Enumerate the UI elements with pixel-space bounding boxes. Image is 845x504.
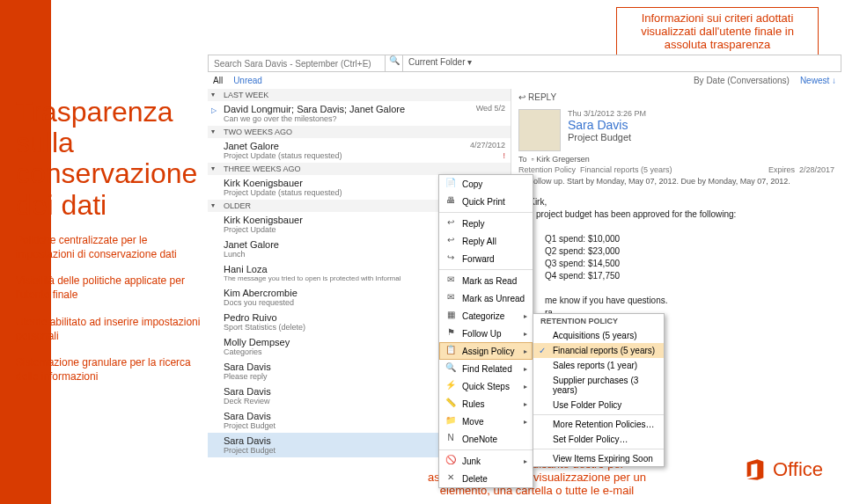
junk-icon: 🚫 [445, 455, 457, 467]
delete-icon: ✕ [445, 472, 457, 485]
group-header[interactable]: LAST WEEK [208, 89, 511, 101]
retention-submenu: RETENTION POLICY Acquisitions (5 years) … [533, 313, 665, 467]
search-icon: 🔍 [445, 362, 457, 375]
chevron-right-icon: ▸ [524, 400, 527, 408]
menu-quickprint[interactable]: 🖶Quick Print [439, 193, 533, 210]
chevron-right-icon: ▸ [524, 312, 527, 320]
menu-junk[interactable]: 🚫Junk▸ [439, 452, 533, 470]
filter-bar: All Unread By Date (Conversations) Newes… [208, 72, 841, 89]
search-input[interactable] [209, 55, 385, 71]
move-icon: 📁 [445, 415, 457, 427]
menu-quicksteps[interactable]: ⚡Quick Steps▸ [439, 377, 533, 395]
group-header[interactable]: THREE WEEKS AGO [208, 163, 511, 175]
menu-findrelated[interactable]: 🔍Find Related▸ [439, 360, 533, 377]
search-bar: 🔍 Current Folder ▾ [208, 55, 841, 72]
message-body: Hi Kirk, The project budget has been app… [518, 196, 834, 319]
to-line: To ▫ Kirk Gregersen [518, 155, 834, 164]
submenu-header: RETENTION POLICY [533, 314, 664, 328]
mail-icon: ✉ [445, 292, 457, 304]
slide-title: Trasparenza sulla conservazione dei dati [16, 97, 201, 221]
filter-all[interactable]: All [213, 76, 223, 85]
mail-icon: ✉ [445, 274, 457, 287]
replyall-icon: ↩ [445, 235, 457, 247]
followup-line: ⓘ Follow up. Start by Monday, May 07, 20… [518, 176, 834, 187]
menu-categorize[interactable]: ▦Categorize▸ [439, 307, 533, 325]
policy-set-folder[interactable]: Set Folder Policy… [533, 432, 664, 447]
group-header[interactable]: TWO WEEKS AGO [208, 126, 511, 138]
policy-view-expiring[interactable]: View Items Expiring Soon [533, 451, 664, 466]
policy-acquisitions[interactable]: Acquisitions (5 years) [533, 328, 664, 343]
reply-bar: ↩REPLY [518, 92, 834, 106]
avatar [518, 109, 561, 151]
menu-reply[interactable]: ↩Reply [439, 215, 533, 232]
bullet-2: Visibilità delle politiche applicate per… [16, 274, 201, 302]
message-date: Thu 3/1/2012 3:26 PM [568, 109, 646, 118]
onenote-icon: N [445, 433, 457, 445]
menu-markunread[interactable]: ✉Mark as Unread [439, 289, 533, 307]
menu-markread[interactable]: ✉Mark as Read [439, 272, 533, 289]
filter-unread[interactable]: Unread [233, 76, 262, 85]
policy-use-folder[interactable]: Use Folder Policy [533, 398, 664, 413]
bullet-1: Politiche centralizzate per le impostazi… [16, 233, 201, 261]
print-icon: 🖶 [445, 195, 457, 208]
chevron-right-icon: ▸ [524, 347, 527, 355]
menu-move[interactable]: 📁Move▸ [439, 413, 533, 430]
slide-text: Trasparenza sulla conservazione dei dati… [16, 97, 201, 383]
folder-scope[interactable]: Current Folder ▾ [402, 55, 841, 71]
chevron-right-icon: ▸ [524, 365, 527, 373]
menu-delete[interactable]: ✕Delete [439, 470, 533, 487]
chevron-icon[interactable]: ▷ [211, 106, 217, 114]
callout-top: Informazioni sui criteri adottati visual… [616, 7, 819, 55]
menu-followup[interactable]: ⚑Follow Up▸ [439, 325, 533, 342]
lightning-icon: ⚡ [445, 380, 457, 392]
reply-button[interactable]: ↩REPLY [518, 92, 556, 102]
flag-icon: ! [503, 151, 505, 160]
menu-onenote[interactable]: NOneNote [439, 430, 533, 448]
bullet-3: Utente abilitato ad inserire impostazion… [16, 315, 201, 343]
menu-copy[interactable]: 📄Copy [439, 175, 533, 193]
chevron-right-icon: ▸ [524, 418, 527, 426]
sender-name: Sara Davis [568, 118, 646, 132]
menu-forward[interactable]: ↪Forward [439, 250, 533, 267]
chevron-right-icon: ▸ [524, 457, 527, 465]
forward-icon: ↪ [445, 252, 457, 265]
rules-icon: 📏 [445, 398, 457, 410]
policy-more[interactable]: More Retention Policies… [533, 417, 664, 432]
copy-icon: 📄 [445, 178, 457, 190]
search-icon[interactable]: 🔍 [385, 55, 402, 71]
policy-icon: 📋 [445, 345, 457, 357]
sort-by[interactable]: By Date (Conversations) [694, 76, 790, 85]
menu-rules[interactable]: 📏Rules▸ [439, 395, 533, 413]
chevron-right-icon: ▸ [524, 383, 527, 391]
message-row[interactable]: Janet GaloreProject Update (status reque… [208, 138, 511, 163]
bullet-4: Sistemazione granulare per la ricerca de… [16, 355, 201, 383]
category-icon: ▦ [445, 310, 457, 322]
reply-icon: ↩ [445, 217, 457, 230]
message-row[interactable]: ▷David Longmuir; Sara Davis; Janet Galor… [208, 101, 511, 126]
policy-financial[interactable]: Financial reports (5 years) [533, 343, 664, 358]
retention-line: Retention Policy Financial reports (5 ye… [518, 165, 834, 174]
policy-supplier[interactable]: Supplier purchases (3 years) [533, 373, 664, 398]
chevron-right-icon: ▸ [524, 330, 527, 338]
menu-replyall[interactable]: ↩Reply All [439, 232, 533, 250]
reply-icon: ↩ [518, 92, 525, 102]
sort-order[interactable]: Newest ↓ [800, 76, 836, 85]
message-subject: Project Budget [568, 132, 646, 142]
menu-assign-policy[interactable]: 📋Assign Policy▸ [439, 342, 533, 360]
flag-icon: ⚑ [445, 327, 457, 340]
policy-sales[interactable]: Sales reports (1 year) [533, 358, 664, 373]
context-menu: 📄Copy 🖶Quick Print ↩Reply ↩Reply All ↪Fo… [438, 174, 533, 488]
